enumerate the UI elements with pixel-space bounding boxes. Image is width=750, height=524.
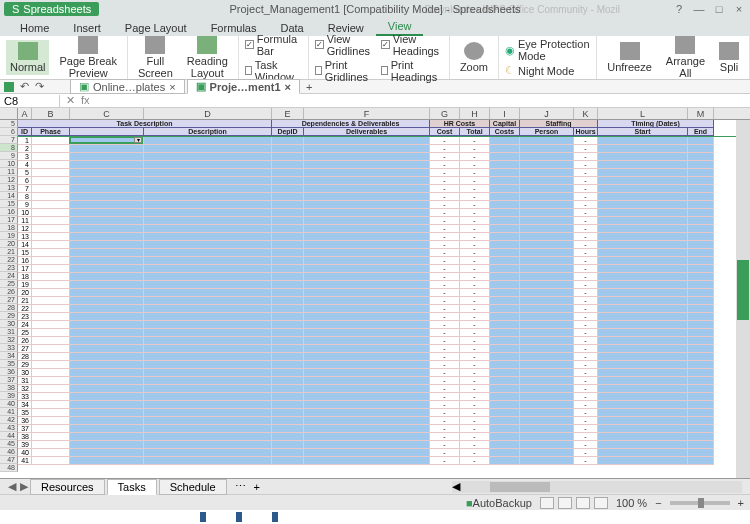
cell[interactable] xyxy=(304,209,430,217)
cell[interactable] xyxy=(598,353,688,361)
cell[interactable] xyxy=(490,433,520,441)
cell[interactable] xyxy=(304,233,430,241)
sheet-tab-schedule[interactable]: Schedule xyxy=(159,479,227,495)
cell[interactable] xyxy=(70,209,144,217)
cell[interactable] xyxy=(32,417,70,425)
cell[interactable] xyxy=(272,345,304,353)
cell[interactable] xyxy=(304,353,430,361)
cell[interactable]: 20 xyxy=(18,289,32,297)
cell[interactable] xyxy=(688,313,714,321)
cell[interactable]: - xyxy=(460,161,490,169)
cell[interactable] xyxy=(304,417,430,425)
cell[interactable]: - xyxy=(574,185,598,193)
cell[interactable]: - xyxy=(430,409,460,417)
cell[interactable]: - xyxy=(574,377,598,385)
cell[interactable]: - xyxy=(430,385,460,393)
cell[interactable] xyxy=(520,441,574,449)
cell[interactable]: 40 xyxy=(18,449,32,457)
cell[interactable] xyxy=(520,417,574,425)
cell[interactable] xyxy=(598,153,688,161)
cell[interactable] xyxy=(520,145,574,153)
cell[interactable]: 38 xyxy=(18,433,32,441)
row-header[interactable]: 20 xyxy=(0,240,18,248)
cell[interactable] xyxy=(144,321,272,329)
cell[interactable] xyxy=(520,425,574,433)
cell[interactable] xyxy=(598,297,688,305)
cell[interactable] xyxy=(32,313,70,321)
cell[interactable]: - xyxy=(430,297,460,305)
cell[interactable] xyxy=(598,281,688,289)
cell[interactable]: - xyxy=(460,177,490,185)
row-header[interactable]: 16 xyxy=(0,208,18,216)
cell[interactable] xyxy=(520,313,574,321)
cell[interactable] xyxy=(70,409,144,417)
cell[interactable] xyxy=(272,193,304,201)
cell[interactable]: 30 xyxy=(18,369,32,377)
cell[interactable] xyxy=(144,353,272,361)
cell[interactable]: - xyxy=(430,337,460,345)
cell[interactable] xyxy=(520,273,574,281)
cell[interactable]: 7 xyxy=(18,185,32,193)
row-header[interactable]: 26 xyxy=(0,288,18,296)
cell[interactable] xyxy=(688,281,714,289)
cell[interactable] xyxy=(598,393,688,401)
cell[interactable] xyxy=(32,209,70,217)
col-header-L[interactable]: L xyxy=(598,108,688,119)
cell[interactable] xyxy=(32,393,70,401)
cell[interactable] xyxy=(70,329,144,337)
cell[interactable] xyxy=(70,273,144,281)
cell[interactable]: - xyxy=(460,401,490,409)
cell[interactable] xyxy=(144,377,272,385)
formula-bar-toggle[interactable]: ✓Formula Bar xyxy=(245,33,302,57)
maximize-icon[interactable]: □ xyxy=(710,3,728,15)
cell[interactable] xyxy=(598,425,688,433)
cell[interactable] xyxy=(272,337,304,345)
cell[interactable]: 19 xyxy=(18,281,32,289)
cell[interactable]: - xyxy=(430,137,460,145)
cell[interactable]: 22 xyxy=(18,305,32,313)
cell[interactable] xyxy=(32,249,70,257)
cell[interactable]: - xyxy=(460,329,490,337)
cell[interactable] xyxy=(272,393,304,401)
cell[interactable]: - xyxy=(430,185,460,193)
cell[interactable] xyxy=(688,249,714,257)
cell[interactable] xyxy=(144,385,272,393)
cell[interactable]: - xyxy=(574,321,598,329)
cell[interactable]: 39 xyxy=(18,441,32,449)
cell[interactable] xyxy=(144,433,272,441)
cell[interactable] xyxy=(490,329,520,337)
cell[interactable]: - xyxy=(430,145,460,153)
cell[interactable]: - xyxy=(574,329,598,337)
cell[interactable] xyxy=(70,401,144,409)
cell[interactable] xyxy=(520,161,574,169)
cell[interactable] xyxy=(304,297,430,305)
cell[interactable] xyxy=(70,161,144,169)
cell[interactable]: - xyxy=(430,273,460,281)
cell[interactable] xyxy=(272,409,304,417)
cell[interactable]: - xyxy=(460,201,490,209)
cell[interactable] xyxy=(520,241,574,249)
cell[interactable]: - xyxy=(430,233,460,241)
row-header[interactable]: 41 xyxy=(0,408,18,416)
cell[interactable] xyxy=(688,217,714,225)
row-header[interactable]: 11 xyxy=(0,168,18,176)
cell[interactable]: - xyxy=(460,321,490,329)
unfreeze-button[interactable]: Unfreeze xyxy=(603,40,656,75)
cell[interactable]: - xyxy=(430,289,460,297)
cell[interactable] xyxy=(520,217,574,225)
row-header[interactable]: 15 xyxy=(0,200,18,208)
cell[interactable]: 27 xyxy=(18,345,32,353)
cell[interactable] xyxy=(304,457,430,465)
cell[interactable] xyxy=(490,425,520,433)
cell[interactable]: - xyxy=(574,161,598,169)
redo-icon[interactable]: ↷ xyxy=(35,80,44,93)
cell[interactable] xyxy=(144,361,272,369)
cell[interactable] xyxy=(598,217,688,225)
cell[interactable] xyxy=(490,297,520,305)
cell[interactable] xyxy=(598,417,688,425)
cell[interactable] xyxy=(520,289,574,297)
cell[interactable] xyxy=(520,393,574,401)
cell[interactable] xyxy=(70,177,144,185)
cell[interactable] xyxy=(70,281,144,289)
cell[interactable]: - xyxy=(460,377,490,385)
